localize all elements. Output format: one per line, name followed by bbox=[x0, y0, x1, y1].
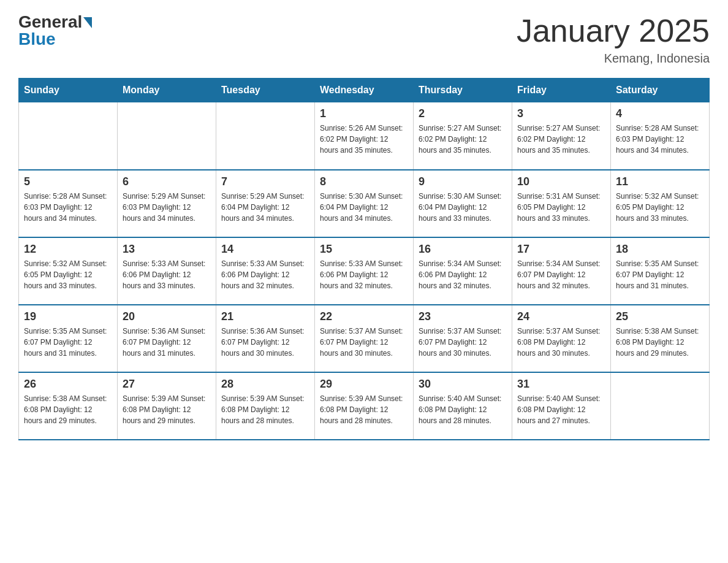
day-number: 22 bbox=[320, 310, 408, 323]
day-number: 3 bbox=[517, 107, 605, 120]
day-info: Sunrise: 5:37 AM Sunset: 6:08 PM Dayligh… bbox=[517, 326, 605, 359]
day-number: 24 bbox=[517, 310, 605, 323]
day-cell: 13Sunrise: 5:33 AM Sunset: 6:06 PM Dayli… bbox=[118, 237, 216, 305]
calendar-header: SundayMondayTuesdayWednesdayThursdayFrid… bbox=[19, 79, 710, 102]
day-info: Sunrise: 5:28 AM Sunset: 6:03 PM Dayligh… bbox=[616, 123, 704, 156]
day-number: 17 bbox=[517, 243, 605, 256]
day-cell bbox=[611, 372, 710, 440]
day-info: Sunrise: 5:33 AM Sunset: 6:06 PM Dayligh… bbox=[320, 258, 408, 291]
day-cell: 15Sunrise: 5:33 AM Sunset: 6:06 PM Dayli… bbox=[315, 237, 414, 305]
day-cell: 8Sunrise: 5:30 AM Sunset: 6:04 PM Daylig… bbox=[315, 170, 414, 237]
day-cell: 16Sunrise: 5:34 AM Sunset: 6:06 PM Dayli… bbox=[414, 237, 512, 305]
header-monday: Monday bbox=[118, 79, 216, 102]
day-info: Sunrise: 5:26 AM Sunset: 6:02 PM Dayligh… bbox=[320, 123, 408, 156]
day-number: 6 bbox=[123, 175, 211, 188]
day-cell: 31Sunrise: 5:40 AM Sunset: 6:08 PM Dayli… bbox=[512, 372, 611, 440]
day-cell bbox=[19, 102, 118, 170]
week-row-4: 19Sunrise: 5:35 AM Sunset: 6:07 PM Dayli… bbox=[19, 305, 710, 372]
day-cell: 18Sunrise: 5:35 AM Sunset: 6:07 PM Dayli… bbox=[611, 237, 710, 305]
day-info: Sunrise: 5:40 AM Sunset: 6:08 PM Dayligh… bbox=[419, 393, 507, 426]
header-tuesday: Tuesday bbox=[216, 79, 315, 102]
day-info: Sunrise: 5:27 AM Sunset: 6:02 PM Dayligh… bbox=[419, 123, 507, 156]
logo: General Blue bbox=[18, 12, 92, 49]
day-info: Sunrise: 5:39 AM Sunset: 6:08 PM Dayligh… bbox=[320, 393, 408, 426]
header-sunday: Sunday bbox=[19, 79, 118, 102]
logo-arrow-icon bbox=[83, 17, 92, 28]
day-cell: 14Sunrise: 5:33 AM Sunset: 6:06 PM Dayli… bbox=[216, 237, 315, 305]
day-cell: 5Sunrise: 5:28 AM Sunset: 6:03 PM Daylig… bbox=[19, 170, 118, 237]
day-number: 31 bbox=[517, 378, 605, 391]
day-cell: 6Sunrise: 5:29 AM Sunset: 6:03 PM Daylig… bbox=[118, 170, 216, 237]
day-info: Sunrise: 5:30 AM Sunset: 6:04 PM Dayligh… bbox=[419, 191, 507, 224]
day-number: 23 bbox=[419, 310, 507, 323]
day-cell: 2Sunrise: 5:27 AM Sunset: 6:02 PM Daylig… bbox=[414, 102, 512, 170]
day-cell: 7Sunrise: 5:29 AM Sunset: 6:04 PM Daylig… bbox=[216, 170, 315, 237]
day-number: 8 bbox=[320, 175, 408, 188]
header-thursday: Thursday bbox=[414, 79, 512, 102]
day-info: Sunrise: 5:35 AM Sunset: 6:07 PM Dayligh… bbox=[616, 258, 704, 291]
day-info: Sunrise: 5:37 AM Sunset: 6:07 PM Dayligh… bbox=[419, 326, 507, 359]
calendar-table: SundayMondayTuesdayWednesdayThursdayFrid… bbox=[18, 78, 710, 440]
day-cell: 29Sunrise: 5:39 AM Sunset: 6:08 PM Dayli… bbox=[315, 372, 414, 440]
header-friday: Friday bbox=[512, 79, 611, 102]
page-header: General Blue January 2025 Kemang, Indone… bbox=[18, 12, 710, 66]
week-row-2: 5Sunrise: 5:28 AM Sunset: 6:03 PM Daylig… bbox=[19, 170, 710, 237]
day-number: 18 bbox=[616, 243, 704, 256]
day-cell: 4Sunrise: 5:28 AM Sunset: 6:03 PM Daylig… bbox=[611, 102, 710, 170]
day-number: 9 bbox=[419, 175, 507, 188]
logo-blue: Blue bbox=[18, 29, 56, 49]
day-number: 13 bbox=[123, 243, 211, 256]
day-cell: 17Sunrise: 5:34 AM Sunset: 6:07 PM Dayli… bbox=[512, 237, 611, 305]
day-number: 10 bbox=[517, 175, 605, 188]
day-number: 21 bbox=[221, 310, 309, 323]
day-cell: 19Sunrise: 5:35 AM Sunset: 6:07 PM Dayli… bbox=[19, 305, 118, 372]
day-number: 12 bbox=[24, 243, 112, 256]
day-info: Sunrise: 5:30 AM Sunset: 6:04 PM Dayligh… bbox=[320, 191, 408, 224]
day-info: Sunrise: 5:32 AM Sunset: 6:05 PM Dayligh… bbox=[24, 258, 112, 291]
day-number: 15 bbox=[320, 243, 408, 256]
day-info: Sunrise: 5:37 AM Sunset: 6:07 PM Dayligh… bbox=[320, 326, 408, 359]
day-cell: 20Sunrise: 5:36 AM Sunset: 6:07 PM Dayli… bbox=[118, 305, 216, 372]
title-section: January 2025 Kemang, Indonesia bbox=[517, 12, 710, 66]
day-info: Sunrise: 5:32 AM Sunset: 6:05 PM Dayligh… bbox=[616, 191, 704, 224]
day-cell: 27Sunrise: 5:39 AM Sunset: 6:08 PM Dayli… bbox=[118, 372, 216, 440]
day-cell bbox=[216, 102, 315, 170]
day-info: Sunrise: 5:36 AM Sunset: 6:07 PM Dayligh… bbox=[123, 326, 211, 359]
day-info: Sunrise: 5:33 AM Sunset: 6:06 PM Dayligh… bbox=[221, 258, 309, 291]
day-info: Sunrise: 5:33 AM Sunset: 6:06 PM Dayligh… bbox=[123, 258, 211, 291]
header-row: SundayMondayTuesdayWednesdayThursdayFrid… bbox=[19, 79, 710, 102]
day-number: 5 bbox=[24, 175, 112, 188]
day-cell: 3Sunrise: 5:27 AM Sunset: 6:02 PM Daylig… bbox=[512, 102, 611, 170]
week-row-1: 1Sunrise: 5:26 AM Sunset: 6:02 PM Daylig… bbox=[19, 102, 710, 170]
day-cell: 10Sunrise: 5:31 AM Sunset: 6:05 PM Dayli… bbox=[512, 170, 611, 237]
day-info: Sunrise: 5:34 AM Sunset: 6:06 PM Dayligh… bbox=[419, 258, 507, 291]
day-info: Sunrise: 5:27 AM Sunset: 6:02 PM Dayligh… bbox=[517, 123, 605, 156]
day-info: Sunrise: 5:31 AM Sunset: 6:05 PM Dayligh… bbox=[517, 191, 605, 224]
day-number: 7 bbox=[221, 175, 309, 188]
day-info: Sunrise: 5:40 AM Sunset: 6:08 PM Dayligh… bbox=[517, 393, 605, 426]
header-saturday: Saturday bbox=[611, 79, 710, 102]
day-cell: 25Sunrise: 5:38 AM Sunset: 6:08 PM Dayli… bbox=[611, 305, 710, 372]
day-info: Sunrise: 5:36 AM Sunset: 6:07 PM Dayligh… bbox=[221, 326, 309, 359]
day-cell: 12Sunrise: 5:32 AM Sunset: 6:05 PM Dayli… bbox=[19, 237, 118, 305]
day-info: Sunrise: 5:29 AM Sunset: 6:04 PM Dayligh… bbox=[221, 191, 309, 224]
month-title: January 2025 bbox=[517, 12, 710, 49]
day-number: 27 bbox=[123, 378, 211, 391]
day-cell: 24Sunrise: 5:37 AM Sunset: 6:08 PM Dayli… bbox=[512, 305, 611, 372]
day-number: 20 bbox=[123, 310, 211, 323]
day-number: 25 bbox=[616, 310, 704, 323]
day-number: 30 bbox=[419, 378, 507, 391]
day-cell bbox=[118, 102, 216, 170]
week-row-3: 12Sunrise: 5:32 AM Sunset: 6:05 PM Dayli… bbox=[19, 237, 710, 305]
day-number: 29 bbox=[320, 378, 408, 391]
day-info: Sunrise: 5:39 AM Sunset: 6:08 PM Dayligh… bbox=[123, 393, 211, 426]
calendar-body: 1Sunrise: 5:26 AM Sunset: 6:02 PM Daylig… bbox=[19, 102, 710, 440]
day-info: Sunrise: 5:35 AM Sunset: 6:07 PM Dayligh… bbox=[24, 326, 112, 359]
day-cell: 9Sunrise: 5:30 AM Sunset: 6:04 PM Daylig… bbox=[414, 170, 512, 237]
day-cell: 22Sunrise: 5:37 AM Sunset: 6:07 PM Dayli… bbox=[315, 305, 414, 372]
location: Kemang, Indonesia bbox=[517, 52, 710, 66]
day-cell: 21Sunrise: 5:36 AM Sunset: 6:07 PM Dayli… bbox=[216, 305, 315, 372]
day-cell: 26Sunrise: 5:38 AM Sunset: 6:08 PM Dayli… bbox=[19, 372, 118, 440]
day-cell: 28Sunrise: 5:39 AM Sunset: 6:08 PM Dayli… bbox=[216, 372, 315, 440]
week-row-5: 26Sunrise: 5:38 AM Sunset: 6:08 PM Dayli… bbox=[19, 372, 710, 440]
